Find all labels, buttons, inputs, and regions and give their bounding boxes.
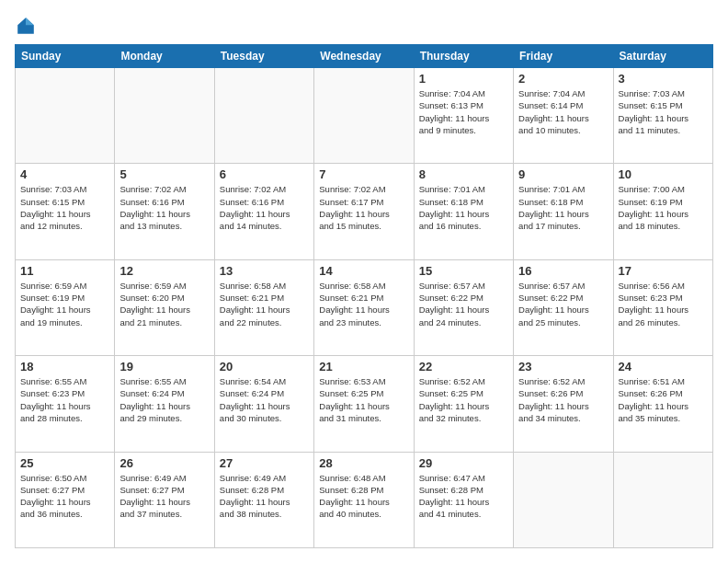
calendar-cell (214, 68, 313, 164)
day-number: 22 (419, 360, 508, 373)
day-number: 17 (619, 264, 708, 278)
day-info: Sunrise: 6:49 AM Sunset: 6:28 PM Dayligh… (220, 472, 309, 521)
day-info: Sunrise: 7:02 AM Sunset: 6:17 PM Dayligh… (319, 183, 408, 232)
calendar-week-row: 4Sunrise: 7:03 AM Sunset: 6:15 PM Daylig… (16, 164, 713, 259)
calendar-cell: 9Sunrise: 7:01 AM Sunset: 6:18 PM Daylig… (514, 164, 613, 259)
calendar-cell: 18Sunrise: 6:55 AM Sunset: 6:23 PM Dayli… (16, 356, 115, 452)
calendar-cell (514, 452, 613, 547)
calendar-cell: 8Sunrise: 7:01 AM Sunset: 6:18 PM Daylig… (414, 164, 513, 259)
day-info: Sunrise: 6:54 AM Sunset: 6:24 PM Dayligh… (220, 375, 309, 424)
day-number: 7 (319, 167, 408, 181)
day-info: Sunrise: 6:59 AM Sunset: 6:20 PM Dayligh… (119, 280, 209, 328)
calendar-cell: 12Sunrise: 6:59 AM Sunset: 6:20 PM Dayli… (115, 259, 214, 355)
calendar-cell: 11Sunrise: 6:59 AM Sunset: 6:19 PM Dayli… (16, 259, 115, 355)
day-info: Sunrise: 7:02 AM Sunset: 6:16 PM Dayligh… (220, 183, 309, 232)
day-info: Sunrise: 6:52 AM Sunset: 6:25 PM Dayligh… (419, 375, 508, 424)
day-number: 20 (220, 360, 309, 373)
day-info: Sunrise: 7:01 AM Sunset: 6:18 PM Dayligh… (518, 183, 608, 232)
day-number: 24 (619, 360, 708, 373)
calendar-cell: 23Sunrise: 6:52 AM Sunset: 6:26 PM Dayli… (514, 356, 613, 452)
calendar-cell: 4Sunrise: 7:03 AM Sunset: 6:15 PM Daylig… (16, 164, 115, 259)
calendar-day-header-sunday: Sunday (16, 45, 115, 68)
header (15, 15, 713, 37)
day-number: 18 (20, 360, 109, 373)
calendar-cell (613, 452, 712, 547)
calendar-day-header-thursday: Thursday (414, 45, 513, 68)
calendar-cell: 21Sunrise: 6:53 AM Sunset: 6:25 PM Dayli… (314, 356, 414, 452)
calendar-cell: 24Sunrise: 6:51 AM Sunset: 6:26 PM Dayli… (613, 356, 712, 452)
day-number: 5 (119, 167, 209, 181)
calendar-cell: 26Sunrise: 6:49 AM Sunset: 6:27 PM Dayli… (115, 452, 214, 547)
calendar-table: SundayMondayTuesdayWednesdayThursdayFrid… (15, 44, 713, 548)
calendar-header-row: SundayMondayTuesdayWednesdayThursdayFrid… (16, 45, 713, 68)
day-info: Sunrise: 6:59 AM Sunset: 6:19 PM Dayligh… (20, 280, 109, 328)
calendar-cell (314, 68, 414, 164)
day-number: 6 (220, 167, 309, 181)
calendar-cell (16, 68, 115, 164)
day-info: Sunrise: 6:51 AM Sunset: 6:26 PM Dayligh… (619, 375, 708, 424)
day-number: 8 (419, 167, 508, 181)
calendar-day-header-saturday: Saturday (613, 45, 712, 68)
calendar-cell: 14Sunrise: 6:58 AM Sunset: 6:21 PM Dayli… (314, 259, 414, 355)
day-info: Sunrise: 7:03 AM Sunset: 6:15 PM Dayligh… (20, 183, 109, 232)
calendar-cell: 6Sunrise: 7:02 AM Sunset: 6:16 PM Daylig… (214, 164, 313, 259)
calendar-cell: 22Sunrise: 6:52 AM Sunset: 6:25 PM Dayli… (414, 356, 513, 452)
calendar-cell: 10Sunrise: 7:00 AM Sunset: 6:19 PM Dayli… (613, 164, 712, 259)
day-info: Sunrise: 7:02 AM Sunset: 6:16 PM Dayligh… (119, 183, 209, 232)
calendar-cell: 16Sunrise: 6:57 AM Sunset: 6:22 PM Dayli… (514, 259, 613, 355)
day-number: 2 (518, 72, 608, 86)
day-info: Sunrise: 6:50 AM Sunset: 6:27 PM Dayligh… (20, 472, 109, 521)
day-info: Sunrise: 7:00 AM Sunset: 6:19 PM Dayligh… (619, 183, 708, 232)
day-info: Sunrise: 6:58 AM Sunset: 6:21 PM Dayligh… (220, 280, 309, 328)
calendar-day-header-friday: Friday (514, 45, 613, 68)
day-info: Sunrise: 7:04 AM Sunset: 6:14 PM Dayligh… (518, 87, 608, 136)
day-info: Sunrise: 6:47 AM Sunset: 6:28 PM Dayligh… (419, 472, 508, 521)
calendar-cell: 5Sunrise: 7:02 AM Sunset: 6:16 PM Daylig… (115, 164, 214, 259)
calendar-cell: 2Sunrise: 7:04 AM Sunset: 6:14 PM Daylig… (514, 68, 613, 164)
calendar-cell: 25Sunrise: 6:50 AM Sunset: 6:27 PM Dayli… (16, 452, 115, 547)
day-number: 14 (319, 264, 408, 278)
day-number: 12 (119, 264, 209, 278)
day-number: 29 (419, 456, 508, 470)
day-info: Sunrise: 6:57 AM Sunset: 6:22 PM Dayligh… (419, 280, 508, 328)
day-number: 28 (319, 456, 408, 470)
calendar-week-row: 11Sunrise: 6:59 AM Sunset: 6:19 PM Dayli… (16, 259, 713, 355)
logo-icon (15, 15, 37, 37)
day-info: Sunrise: 6:52 AM Sunset: 6:26 PM Dayligh… (518, 375, 608, 424)
day-number: 3 (619, 72, 708, 86)
day-info: Sunrise: 6:58 AM Sunset: 6:21 PM Dayligh… (319, 280, 408, 328)
day-info: Sunrise: 6:56 AM Sunset: 6:23 PM Dayligh… (619, 280, 708, 328)
day-number: 11 (20, 264, 109, 278)
calendar-cell (115, 68, 214, 164)
calendar-day-header-tuesday: Tuesday (214, 45, 313, 68)
day-number: 23 (518, 360, 608, 373)
day-info: Sunrise: 7:04 AM Sunset: 6:13 PM Dayligh… (419, 87, 508, 136)
logo (15, 15, 40, 37)
calendar-day-header-monday: Monday (115, 45, 214, 68)
day-number: 1 (419, 72, 508, 86)
day-number: 27 (220, 456, 309, 470)
calendar-cell: 17Sunrise: 6:56 AM Sunset: 6:23 PM Dayli… (613, 259, 712, 355)
day-number: 10 (619, 167, 708, 181)
calendar-cell: 1Sunrise: 7:04 AM Sunset: 6:13 PM Daylig… (414, 68, 513, 164)
day-info: Sunrise: 7:01 AM Sunset: 6:18 PM Dayligh… (419, 183, 508, 232)
calendar-week-row: 25Sunrise: 6:50 AM Sunset: 6:27 PM Dayli… (16, 452, 713, 547)
day-info: Sunrise: 6:48 AM Sunset: 6:28 PM Dayligh… (319, 472, 408, 521)
day-number: 19 (119, 360, 209, 373)
day-number: 25 (20, 456, 109, 470)
day-number: 13 (220, 264, 309, 278)
day-info: Sunrise: 7:03 AM Sunset: 6:15 PM Dayligh… (619, 87, 708, 136)
svg-marker-1 (26, 17, 34, 25)
calendar-cell: 27Sunrise: 6:49 AM Sunset: 6:28 PM Dayli… (214, 452, 313, 547)
day-info: Sunrise: 6:53 AM Sunset: 6:25 PM Dayligh… (319, 375, 408, 424)
calendar-day-header-wednesday: Wednesday (314, 45, 414, 68)
calendar-cell: 20Sunrise: 6:54 AM Sunset: 6:24 PM Dayli… (214, 356, 313, 452)
calendar-cell: 15Sunrise: 6:57 AM Sunset: 6:22 PM Dayli… (414, 259, 513, 355)
day-number: 15 (419, 264, 508, 278)
day-info: Sunrise: 6:55 AM Sunset: 6:23 PM Dayligh… (20, 375, 109, 424)
day-number: 21 (319, 360, 408, 373)
calendar-week-row: 1Sunrise: 7:04 AM Sunset: 6:13 PM Daylig… (16, 68, 713, 164)
day-info: Sunrise: 6:49 AM Sunset: 6:27 PM Dayligh… (119, 472, 209, 521)
day-info: Sunrise: 6:57 AM Sunset: 6:22 PM Dayligh… (518, 280, 608, 328)
calendar-cell: 29Sunrise: 6:47 AM Sunset: 6:28 PM Dayli… (414, 452, 513, 547)
